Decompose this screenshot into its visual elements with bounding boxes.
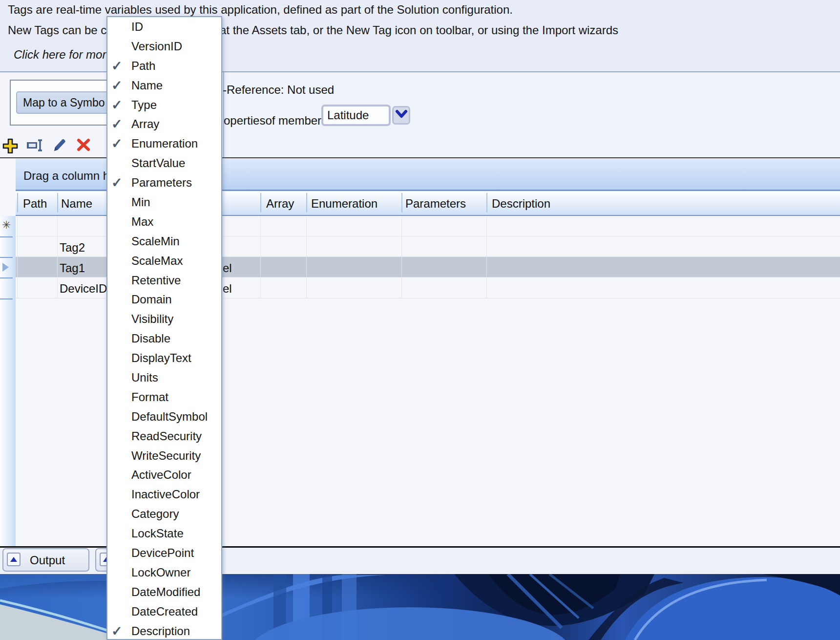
- delete-x-icon: [76, 146, 91, 154]
- menu-item-label: VersionID: [131, 40, 182, 53]
- cell-separator: [486, 236, 487, 257]
- menu-item-label: Min: [131, 195, 150, 209]
- menu-item-lockowner[interactable]: LockOwner: [107, 563, 221, 582]
- menu-item-displaytext[interactable]: DisplayText: [107, 348, 221, 368]
- menu-item-parameters[interactable]: ✓Parameters: [107, 173, 221, 192]
- member-label: opertiesof member: [224, 114, 321, 128]
- output-button-label: Output: [30, 554, 65, 567]
- edit-tag-button[interactable]: [50, 138, 68, 153]
- menu-item-scalemin[interactable]: ScaleMin: [107, 232, 221, 251]
- menu-item-devicepoint[interactable]: DevicePoint: [107, 543, 221, 563]
- header-separator: [57, 193, 58, 213]
- menu-item-label: Format: [131, 390, 168, 404]
- menu-item-label: Disable: [131, 332, 170, 345]
- menu-item-units[interactable]: Units: [107, 368, 221, 387]
- menu-item-versionid[interactable]: VersionID: [107, 37, 221, 56]
- checkmark-icon: ✓: [111, 116, 123, 132]
- cell-separator: [486, 216, 487, 236]
- menu-item-label: InactiveColor: [131, 488, 200, 501]
- menu-item-label: Max: [131, 215, 153, 229]
- cell-separator: [306, 236, 307, 257]
- menu-item-min[interactable]: Min: [107, 192, 221, 212]
- rename-tag-button[interactable]: [26, 138, 43, 153]
- delete-tag-button[interactable]: [76, 138, 93, 153]
- tag-name-cell: Tag1: [60, 261, 85, 275]
- tag-name-cell: Tag2: [60, 241, 85, 255]
- menu-item-lockstate[interactable]: LockState: [107, 524, 221, 543]
- pencil-icon: [50, 147, 68, 155]
- output-panel-button[interactable]: Output: [2, 548, 89, 572]
- column-header-description[interactable]: Description: [492, 197, 550, 211]
- menu-item-readsecurity[interactable]: ReadSecurity: [107, 427, 221, 446]
- menu-item-label: StartValue: [131, 156, 185, 170]
- member-combo-dropdown-button[interactable]: [392, 106, 410, 125]
- menu-item-defaultsymbol[interactable]: DefaultSymbol: [107, 407, 221, 427]
- column-header-array[interactable]: Array: [266, 197, 294, 211]
- menu-item-label: WriteSecurity: [131, 449, 201, 463]
- menu-item-startvalue[interactable]: StartValue: [107, 153, 221, 173]
- menu-item-category[interactable]: Category: [107, 504, 221, 524]
- header-separator: [306, 193, 307, 213]
- menu-item-label: Name: [131, 79, 163, 92]
- header-separator: [260, 193, 261, 213]
- menu-item-datemodified[interactable]: DateModified: [107, 582, 221, 602]
- menu-item-disable[interactable]: Disable: [107, 329, 221, 348]
- menu-item-label: Type: [131, 98, 157, 112]
- menu-item-label: Units: [131, 371, 158, 384]
- menu-item-label: Description: [131, 624, 190, 638]
- menu-item-array[interactable]: ✓Array: [107, 114, 221, 134]
- menu-item-activecolor[interactable]: ActiveColor: [107, 465, 221, 485]
- menu-item-visibility[interactable]: Visibility: [107, 309, 221, 329]
- menu-item-label: DisplayText: [131, 351, 191, 365]
- cell-separator: [57, 277, 58, 299]
- menu-item-label: DefaultSymbol: [131, 410, 208, 424]
- member-combo-input[interactable]: Latitude: [321, 105, 391, 126]
- column-header-enumeration[interactable]: Enumeration: [311, 197, 378, 211]
- tag-name-cell: DeviceID: [60, 282, 107, 296]
- current-row-arrow-icon: [2, 263, 9, 272]
- menu-item-description[interactable]: ✓Description: [107, 621, 221, 640]
- reference-status-text: -Reference: Not used: [223, 83, 334, 97]
- menu-item-label: Visibility: [131, 312, 173, 326]
- menu-item-max[interactable]: Max: [107, 212, 221, 232]
- header-separator: [486, 193, 487, 213]
- column-header-parameters[interactable]: Parameters: [405, 197, 466, 211]
- rename-field-icon: [26, 147, 44, 155]
- column-header-name[interactable]: Name: [61, 197, 92, 211]
- menu-item-label: Category: [131, 507, 179, 521]
- menu-item-label: DateCreated: [131, 605, 198, 619]
- cell-separator: [260, 257, 261, 277]
- menu-item-format[interactable]: Format: [107, 387, 221, 407]
- cell-separator: [260, 236, 261, 257]
- menu-item-path[interactable]: ✓Path: [107, 56, 221, 76]
- menu-item-label: Parameters: [131, 176, 192, 190]
- menu-item-domain[interactable]: Domain: [107, 290, 221, 309]
- menu-item-datecreated[interactable]: DateCreated: [107, 602, 221, 621]
- row-header-gutter: ✳: [0, 216, 16, 546]
- header-separator: [17, 193, 18, 213]
- checkmark-icon: ✓: [111, 136, 123, 151]
- menu-item-enumeration[interactable]: ✓Enumeration: [107, 134, 221, 153]
- column-header-path[interactable]: Path: [23, 197, 47, 211]
- menu-item-id[interactable]: ID: [107, 17, 221, 37]
- gutter-row-separator: [0, 299, 13, 299]
- info-line-1: Tags are real-time variables used by thi…: [8, 3, 513, 17]
- menu-item-name[interactable]: ✓Name: [107, 76, 221, 95]
- add-tag-button[interactable]: [1, 138, 19, 153]
- checkmark-icon: ✓: [111, 78, 123, 93]
- menu-item-writesecurity[interactable]: WriteSecurity: [107, 446, 221, 466]
- menu-item-scalemax[interactable]: ScaleMax: [107, 251, 221, 271]
- menu-item-label: ActiveColor: [131, 468, 191, 482]
- click-here-link[interactable]: Click here for more: [14, 48, 113, 62]
- menu-item-inactivecolor[interactable]: InactiveColor: [107, 485, 221, 504]
- cell-separator: [306, 216, 307, 236]
- chevron-down-icon: [395, 109, 408, 121]
- expand-up-icon: [7, 553, 21, 566]
- menu-item-label: ReadSecurity: [131, 429, 202, 443]
- menu-item-retentive[interactable]: Retentive: [107, 271, 221, 290]
- type-cell-fragment: el: [223, 282, 232, 296]
- menu-item-type[interactable]: ✓Type: [107, 95, 221, 115]
- add-plus-icon: [1, 147, 19, 155]
- cell-separator: [57, 236, 58, 257]
- new-row-icon: ✳: [2, 219, 11, 232]
